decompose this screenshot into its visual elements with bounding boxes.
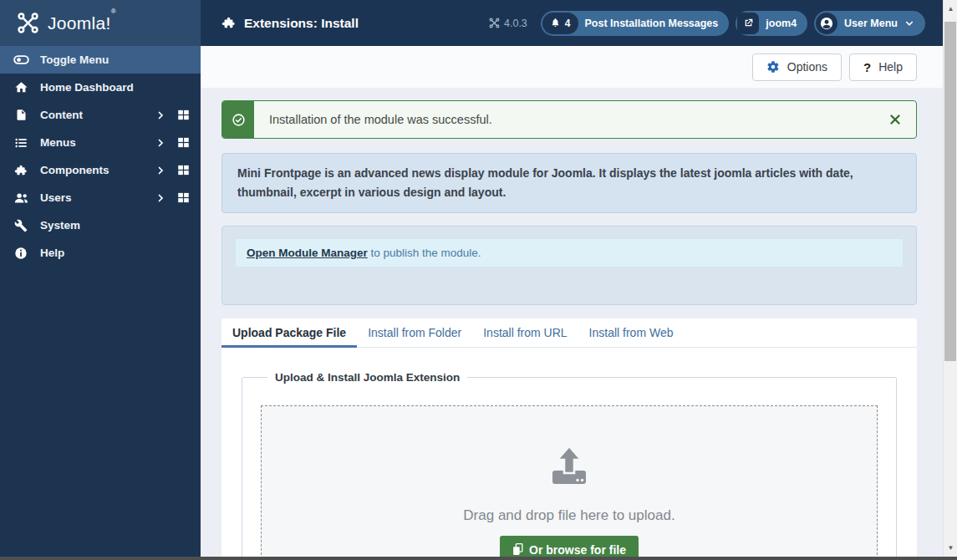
success-alert-stripe [222, 101, 254, 138]
upload-tab-panel: Upload & Install Joomla Extension Drag a… [221, 348, 917, 557]
scrollbar-thumb[interactable] [944, 22, 956, 361]
upload-icon [547, 445, 591, 487]
version-number: 4.0.3 [504, 18, 527, 29]
install-card: Upload Package File Install from Folder … [221, 318, 917, 557]
sidebar-item-system[interactable]: System [0, 211, 201, 239]
user-icon [819, 16, 834, 31]
success-alert-message: Installation of the module was successfu… [254, 101, 874, 138]
module-manager-notice-text: to publish the module. [368, 247, 481, 259]
list-icon [13, 136, 29, 150]
main-area: Options ? Help Installation of the modul… [201, 46, 943, 557]
scroll-down-arrow-icon[interactable]: ▼ [944, 541, 957, 555]
sidebar-item-label: System [40, 219, 80, 232]
top-header: Joomla!® Extensions: Install 4.0.3 [0, 0, 957, 46]
window-bottom-edge [0, 557, 957, 560]
chevron-right-icon[interactable] [155, 110, 165, 120]
module-manager-notice: Open Module Manager to publish the modul… [235, 238, 904, 267]
tab-upload-package-file[interactable]: Upload Package File [221, 318, 357, 347]
tab-install-from-folder[interactable]: Install from Folder [357, 318, 472, 347]
sidebar-item-components[interactable]: Components [0, 156, 201, 184]
bell-icon [550, 18, 561, 28]
copy-file-icon [512, 543, 523, 556]
scroll-up-arrow-icon[interactable]: ▲ [944, 2, 957, 16]
page-title-text: Extensions: Install [244, 16, 359, 31]
post-installation-messages-button[interactable]: 4 Post Installation Messages [541, 11, 729, 36]
user-avatar-capsule [816, 13, 837, 34]
options-button[interactable]: Options [752, 53, 842, 81]
sidebar-item-users[interactable]: Users [0, 184, 201, 211]
sidebar-item-content[interactable]: Content [0, 101, 201, 129]
dashboard-grid-icon[interactable] [177, 191, 190, 204]
success-alert: Installation of the module was successfu… [221, 100, 917, 139]
joomla-logo[interactable]: Joomla!® [0, 0, 201, 46]
sidebar-item-label: Components [40, 164, 109, 176]
post-install-message-box: Open Module Manager to publish the modul… [221, 226, 917, 305]
upload-fieldset: Upload & Install Joomla Extension Drag a… [242, 371, 897, 557]
dashboard-grid-icon[interactable] [177, 136, 190, 149]
sidebar-item-label: Users [40, 191, 72, 204]
sidebar-item-home-dashboard[interactable]: Home Dashboard [0, 74, 201, 101]
sidebar-item-toggle-menu[interactable]: Toggle Menu [0, 46, 201, 74]
check-circle-icon [232, 113, 246, 127]
external-link-capsule [737, 13, 759, 34]
sidebar-nav: Toggle Menu Home Dashboard Content [0, 46, 201, 557]
page-title: Extensions: Install [201, 0, 359, 46]
wrench-icon [13, 219, 29, 232]
sidebar-item-menus[interactable]: Menus [0, 129, 201, 156]
install-tabs: Upload Package File Install from Folder … [221, 318, 917, 348]
browse-button-label: Or browse for file [529, 543, 626, 557]
vertical-scrollbar[interactable]: ▲ ▼ [943, 0, 957, 557]
module-description-text: Mini Frontpage is an advanced news displ… [237, 166, 853, 199]
messages-count: 4 [565, 18, 571, 29]
page-toolbar: Options ? Help [201, 46, 943, 88]
joomla-logo-text: Joomla!® [48, 13, 116, 33]
chevron-right-icon[interactable] [155, 165, 165, 176]
dashboard-grid-icon[interactable] [177, 164, 190, 176]
external-link-icon [743, 18, 754, 28]
header-controls: 4.0.3 4 Post Installation Messages [489, 0, 957, 46]
open-module-manager-link[interactable]: Open Module Manager [247, 247, 368, 259]
sidebar-item-label: Menus [40, 136, 76, 149]
module-description-box: Mini Frontpage is an advanced news displ… [221, 153, 917, 213]
tab-install-from-web[interactable]: Install from Web [578, 318, 685, 347]
user-menu-label: User Menu [844, 18, 898, 29]
help-button[interactable]: ? Help [849, 53, 917, 81]
chevron-right-icon[interactable] [155, 138, 165, 148]
help-label: Help [878, 60, 903, 74]
chevron-right-icon[interactable] [155, 193, 165, 203]
file-dropzone[interactable]: Drag and drop file here to upload. Or br… [261, 405, 878, 557]
info-icon [13, 247, 29, 260]
puzzle-icon [13, 164, 29, 177]
dashboard-grid-icon[interactable] [177, 109, 190, 121]
toggle-icon [13, 52, 29, 68]
gear-icon [766, 60, 780, 74]
home-icon [13, 80, 29, 94]
puzzle-icon [221, 16, 236, 30]
sidebar-item-label: Home Dashboard [40, 81, 134, 94]
chevron-down-icon [904, 18, 914, 28]
close-alert-button[interactable] [874, 101, 916, 138]
sidebar-item-help[interactable]: Help [0, 239, 201, 267]
sidebar-item-label: Content [40, 109, 83, 121]
version-indicator: 4.0.3 [489, 18, 527, 29]
trademark-mark: ® [111, 8, 116, 15]
joomla-version-icon [489, 18, 500, 28]
joomla-logo-icon [17, 12, 39, 34]
file-icon [13, 109, 29, 121]
site-label: joom4 [766, 18, 797, 29]
close-icon [889, 114, 901, 125]
options-label: Options [787, 60, 827, 74]
upload-fieldset-legend: Upload & Install Joomla Extension [267, 371, 467, 384]
messages-label: Post Installation Messages [585, 18, 719, 29]
site-preview-button[interactable]: joom4 [736, 11, 807, 36]
messages-count-capsule: 4 [542, 13, 578, 34]
users-icon [13, 190, 29, 206]
user-menu-button[interactable]: User Menu [814, 11, 925, 36]
tab-install-from-url[interactable]: Install from URL [472, 318, 578, 347]
dropzone-instruction: Drag and drop file here to upload. [463, 507, 674, 524]
sidebar-item-label: Help [40, 247, 64, 259]
question-mark-icon: ? [863, 60, 871, 74]
content-region: Installation of the module was successfu… [201, 88, 943, 557]
sidebar-item-label: Toggle Menu [40, 53, 109, 66]
browse-for-file-button[interactable]: Or browse for file [500, 536, 639, 557]
